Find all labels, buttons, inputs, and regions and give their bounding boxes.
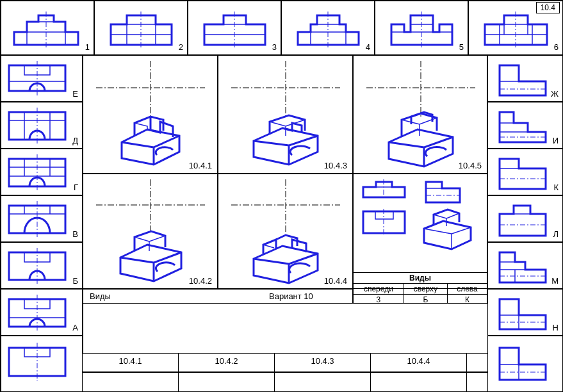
- left-label-E: Е: [72, 89, 78, 99]
- top-label-4: 4: [366, 42, 370, 52]
- ans-h-4: 10.4.4: [371, 354, 467, 372]
- example-table: Виды спереди сверху слева 3 Б К: [353, 272, 487, 306]
- hdr-side: слева: [447, 284, 487, 295]
- top-view-2: 2: [94, 1, 188, 55]
- iso-cell-2: 10.4.2: [83, 174, 218, 289]
- right-label-I: И: [553, 136, 559, 145]
- ans-blank-1[interactable]: [83, 373, 179, 392]
- left-label-V: В: [72, 229, 78, 239]
- right-bottom-pad: [487, 336, 563, 392]
- iso-cell-1: 10.4.1: [83, 55, 218, 174]
- left-label-B: Б: [72, 276, 78, 286]
- top-view-1: 1: [1, 1, 94, 55]
- example-caption: Виды: [354, 273, 487, 284]
- iso-label-1: 10.4.1: [189, 161, 212, 170]
- title-bar: Виды Вариант 10: [83, 289, 353, 304]
- iso-cell-5: 10.4.5: [353, 55, 487, 174]
- iso-cell-4: 10.4.4: [218, 174, 353, 289]
- drawing-page: 10.4 1 2 3 4: [0, 0, 563, 392]
- iso-cell-3: 10.4.3: [218, 55, 353, 174]
- right-view-N: Н: [487, 289, 563, 336]
- top-label-6: 6: [554, 42, 559, 52]
- instr-frame: [83, 303, 487, 353]
- title-variant: Вариант 10: [269, 291, 313, 301]
- top-view-5: 5: [375, 1, 468, 55]
- top-view-4: 4: [281, 1, 375, 55]
- ans-blank-3[interactable]: [275, 373, 371, 392]
- right-label-L: Л: [553, 229, 559, 239]
- top-label-1: 1: [85, 42, 90, 52]
- iso-label-5: 10.4.5: [459, 161, 482, 170]
- left-view-V: В: [1, 195, 83, 242]
- ans-blank-2[interactable]: [179, 373, 275, 392]
- page-number-badge: 10.4: [536, 2, 560, 13]
- ans-blank-4[interactable]: [371, 373, 467, 392]
- ans-h-1: 10.4.1: [83, 354, 179, 372]
- right-label-M: М: [551, 276, 559, 286]
- example-cell: [353, 174, 487, 289]
- right-view-M: М: [487, 242, 563, 289]
- top-view-3: 3: [188, 1, 281, 55]
- right-view-K: К: [487, 149, 563, 195]
- left-view-B: Б: [1, 242, 83, 289]
- left-view-E: Е: [1, 55, 83, 102]
- iso-label-2: 10.4.2: [189, 276, 212, 286]
- left-view-G: Г: [1, 149, 83, 195]
- top-label-3: 3: [272, 42, 277, 52]
- right-label-K: К: [553, 183, 559, 192]
- right-label-N: Н: [553, 323, 559, 332]
- left-view-D: Д: [1, 102, 83, 149]
- right-view-Zh: Ж: [487, 55, 563, 102]
- title-views: Виды: [90, 291, 111, 301]
- left-label-D: Д: [72, 136, 78, 145]
- left-label-A: А: [72, 323, 78, 332]
- ans-h-2: 10.4.2: [179, 354, 275, 372]
- left-label-G: Г: [74, 183, 78, 192]
- iso-label-4: 10.4.4: [324, 276, 347, 286]
- right-view-L: Л: [487, 195, 563, 242]
- left-view-A: А: [1, 289, 83, 336]
- right-label-Zh: Ж: [551, 89, 559, 99]
- iso-label-3: 10.4.3: [324, 161, 347, 170]
- top-label-2: 2: [179, 42, 183, 52]
- left-bottom-pad: [1, 336, 83, 392]
- ans-h-3: 10.4.3: [275, 354, 371, 372]
- hdr-top: сверху: [404, 284, 447, 295]
- right-view-I: И: [487, 102, 563, 149]
- hdr-front: спереди: [354, 284, 404, 295]
- top-label-5: 5: [459, 42, 464, 52]
